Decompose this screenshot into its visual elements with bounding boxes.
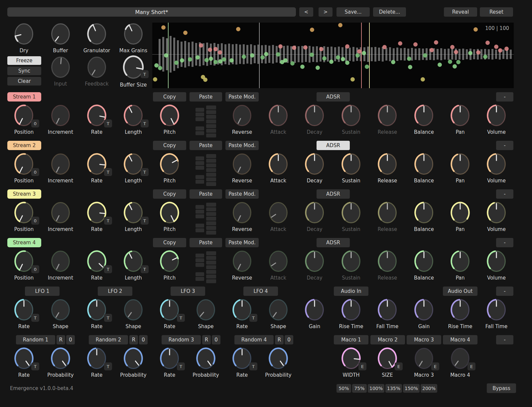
stream-1-pan-knob[interactable]: Pan — [442, 103, 478, 135]
stream-1-pitch-spread-widget[interactable] — [195, 105, 217, 138]
random-rate-knob[interactable]: RateT — [6, 346, 42, 378]
stream-1-volume-knob[interactable]: Volume — [478, 103, 515, 135]
stream-1-rate-badge[interactable]: T — [104, 119, 112, 127]
lfo-rate-badge[interactable]: T — [177, 314, 185, 322]
stream-2-pitch-spread-widget[interactable] — [195, 153, 217, 187]
random-3-retrigger-button[interactable]: R — [202, 335, 211, 344]
stream-4-balance-knob[interactable]: Balance — [406, 249, 442, 281]
stream-3-pitch-knob[interactable]: Pitch — [151, 201, 188, 232]
lfo-rate-knob[interactable]: RateT — [224, 298, 260, 329]
clear-button[interactable]: Clear — [7, 77, 41, 86]
random-rate-badge[interactable]: T — [31, 362, 39, 370]
stream-3-minimize-button[interactable]: - — [496, 189, 513, 199]
delete-button[interactable]: Delete... — [373, 7, 406, 17]
lfo-rate-badge[interactable]: T — [249, 314, 257, 322]
stream-1-length-badge[interactable]: T — [141, 119, 149, 127]
stream-2-decay-knob[interactable]: Decay — [296, 152, 333, 184]
stream-1-balance-knob[interactable]: Balance — [406, 103, 442, 135]
lfo-rate-knob[interactable]: RateT — [6, 298, 42, 329]
random-probability-knob[interactable]: Probability — [188, 346, 224, 378]
stream-1-increment-knob[interactable]: Increment — [42, 103, 79, 135]
stream-3-reverse-knob[interactable]: Reverse — [224, 201, 260, 232]
random-1-zero-button[interactable]: 0 — [66, 335, 75, 344]
engine-buffer-size-badge[interactable]: T — [141, 70, 149, 78]
stream-2-balance-knob[interactable]: Balance — [406, 152, 442, 184]
macro-macro-4-knob[interactable]: Macro 4E — [442, 346, 478, 378]
stream-4-reverse-knob[interactable]: Reverse — [224, 249, 260, 281]
engine-buffer-size-knob[interactable]: Buffer SizeT — [115, 54, 152, 88]
stream-3-decay-knob[interactable]: Decay — [296, 201, 333, 232]
zoom-200-percent-button[interactable]: 200% — [421, 384, 437, 393]
stream-3-position-knob[interactable]: Position0 — [6, 201, 42, 232]
random-2-zero-button[interactable]: 0 — [139, 335, 148, 344]
random-4-button[interactable]: Random 4 — [234, 335, 274, 344]
lfo-3-button[interactable]: LFO 3 — [171, 287, 205, 296]
engine-dry-knob[interactable]: Dry — [6, 22, 42, 54]
stream-1-attack-knob[interactable]: Attack — [260, 103, 297, 135]
stream-1-position-badge[interactable]: 0 — [31, 119, 39, 127]
stream-2-volume-knob[interactable]: Volume — [478, 152, 515, 184]
waveform-display[interactable]: 100 | 100 — [152, 23, 514, 88]
stream-2-position-badge[interactable]: 0 — [31, 168, 39, 176]
random-probability-knob[interactable]: Probability — [115, 346, 152, 378]
stream-4-volume-knob[interactable]: Volume — [478, 249, 515, 281]
engine-buffer-knob[interactable]: Buffer — [42, 22, 79, 54]
zoom-150-percent-button[interactable]: 150% — [403, 384, 420, 393]
random-rate-knob[interactable]: RateT — [151, 346, 188, 378]
stream-1-rate-knob[interactable]: RateT — [78, 103, 115, 135]
random-row-minimize-button[interactable]: - — [496, 335, 513, 344]
stream-3-rate-badge[interactable]: T — [104, 217, 112, 225]
stream-2-adsr-button[interactable]: ADSR — [317, 141, 350, 150]
stream-3-length-knob[interactable]: LengthT — [115, 201, 152, 232]
preset-name-field[interactable]: Many Short* — [7, 7, 296, 17]
stream-4-decay-knob[interactable]: Decay — [296, 249, 333, 281]
audio-fall-time-knob[interactable]: Fall Time — [369, 298, 406, 329]
sync-button[interactable]: Sync — [7, 67, 41, 75]
stream-2-rate-badge[interactable]: T — [104, 168, 112, 176]
audio-fall-time-knob[interactable]: Fall Time — [478, 298, 515, 329]
stream-4-attack-knob[interactable]: Attack — [260, 249, 297, 281]
lfo-2-button[interactable]: LFO 2 — [98, 287, 132, 296]
stream-2-pitch-knob[interactable]: Pitch — [151, 152, 188, 184]
stream-2-reverse-knob[interactable]: Reverse — [224, 152, 260, 184]
stream-3-position-badge[interactable]: 0 — [31, 217, 39, 225]
random-rate-badge[interactable]: T — [177, 362, 185, 370]
stream-4-release-knob[interactable]: Release — [369, 249, 406, 281]
stream-4-increment-knob[interactable]: Increment — [42, 249, 79, 281]
stream-1-release-knob[interactable]: Release — [369, 103, 406, 135]
lfo-rate-knob[interactable]: RateT — [78, 298, 115, 329]
engine-input-knob[interactable]: Input — [42, 55, 79, 87]
random-1-retrigger-button[interactable]: R — [57, 335, 65, 344]
stream-1-badge[interactable]: Stream 1 — [7, 92, 41, 102]
stream-2-increment-knob[interactable]: Increment — [42, 152, 79, 184]
macro-4-button[interactable]: Macro 4 — [443, 335, 477, 344]
macro-3-button[interactable]: Macro 3 — [407, 335, 441, 344]
macro-macro-4-badge[interactable]: E — [467, 362, 475, 370]
random-rate-badge[interactable]: T — [249, 362, 257, 370]
macro-width-knob[interactable]: WIDTHE — [333, 346, 369, 378]
stream-1-sustain-knob[interactable]: Sustain — [333, 103, 369, 135]
stream-3-release-knob[interactable]: Release — [369, 201, 406, 232]
stream-4-pan-knob[interactable]: Pan — [442, 249, 478, 281]
zoom-75-percent-button[interactable]: 75% — [352, 384, 367, 393]
engine-granulator-knob[interactable]: Granulator — [78, 22, 115, 54]
freeze-button[interactable]: Freeze — [7, 56, 41, 65]
random-probability-knob[interactable]: Probability — [42, 346, 79, 378]
stream-2-attack-knob[interactable]: Attack — [260, 152, 297, 184]
stream-1-adsr-button[interactable]: ADSR — [317, 92, 350, 102]
stream-4-minimize-button[interactable]: - — [496, 238, 513, 247]
engine-feedback-knob[interactable]: Feedback — [78, 55, 115, 87]
preset-next-button[interactable]: > — [319, 7, 332, 17]
stream-2-rate-knob[interactable]: RateT — [78, 152, 115, 184]
stream-2-paste-button[interactable]: Paste — [190, 141, 222, 150]
stream-3-balance-knob[interactable]: Balance — [406, 201, 442, 232]
macro-macro-3-badge[interactable]: E — [431, 362, 439, 370]
stream-4-sustain-knob[interactable]: Sustain — [333, 249, 369, 281]
random-rate-knob[interactable]: RateT — [224, 346, 260, 378]
stream-4-position-badge[interactable]: 0 — [31, 265, 39, 273]
lfo-shape-knob[interactable]: Shape — [260, 298, 297, 329]
stream-1-pitch-knob[interactable]: Pitch — [151, 103, 188, 135]
stream-4-length-knob[interactable]: LengthT — [115, 249, 152, 281]
stream-3-paste-button[interactable]: Paste — [190, 189, 222, 199]
lfo-shape-knob[interactable]: Shape — [188, 298, 224, 329]
